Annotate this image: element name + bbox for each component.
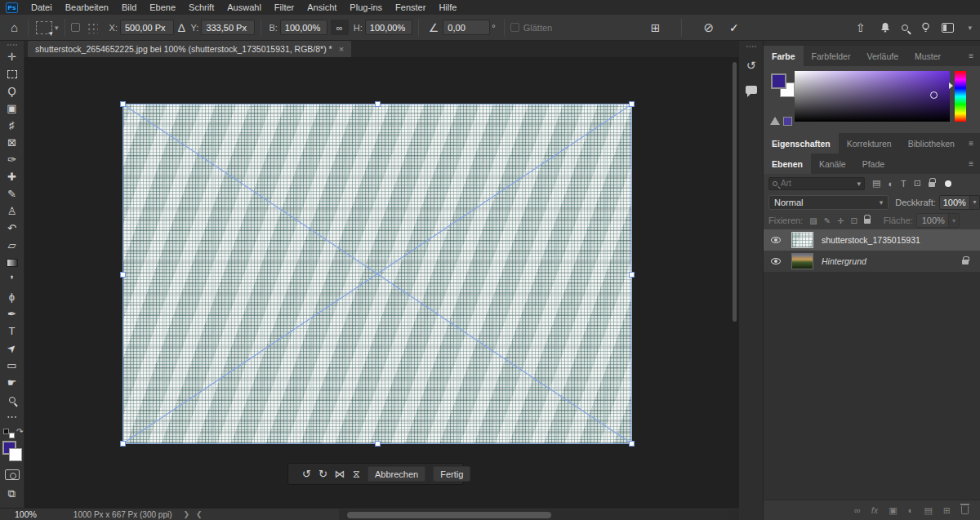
search-icon[interactable] bbox=[902, 24, 908, 31]
tab-farbfelder[interactable]: Farbfelder bbox=[804, 46, 859, 66]
path-selection-tool[interactable]: ➤ bbox=[2, 340, 22, 357]
pen-tool[interactable]: ✒ bbox=[2, 305, 22, 322]
filter-smart-objects-icon[interactable] bbox=[929, 179, 935, 189]
delete-layer-icon[interactable] bbox=[961, 506, 969, 514]
toolbar-grip[interactable] bbox=[7, 43, 18, 47]
menu-schrift[interactable]: Schrift bbox=[182, 0, 220, 15]
menu-hilfe[interactable]: Hilfe bbox=[432, 0, 463, 15]
handle-bottom-left[interactable] bbox=[120, 441, 126, 447]
move-tool[interactable]: ✛ bbox=[2, 48, 22, 65]
y-input[interactable] bbox=[201, 20, 255, 35]
warp-mode-icon[interactable]: ⊞ bbox=[647, 21, 665, 34]
transform-tool-icon[interactable] bbox=[36, 21, 52, 34]
handle-mid-left[interactable] bbox=[120, 272, 126, 278]
panel-menu-icon[interactable]: ≡ bbox=[969, 159, 973, 168]
menu-fenster[interactable]: Fenster bbox=[389, 0, 432, 15]
lock-artboard-icon[interactable]: ⊡ bbox=[850, 216, 857, 225]
document-tab[interactable]: shutterstock_2654652225.jpg bei 100% (sh… bbox=[28, 41, 351, 57]
chevron-down-icon[interactable]: ▾ bbox=[55, 24, 59, 32]
fill-dropdown-icon[interactable]: ▾ bbox=[949, 213, 960, 228]
tab-eigenschaften[interactable]: Eigenschaften bbox=[764, 133, 839, 153]
tab-kanaele[interactable]: Kanäle bbox=[811, 153, 854, 174]
add-mask-icon[interactable]: ▣ bbox=[889, 505, 897, 516]
x-input[interactable] bbox=[120, 20, 174, 35]
menu-bild[interactable]: Bild bbox=[115, 0, 143, 15]
fill-value[interactable]: 100% bbox=[916, 213, 949, 228]
clone-stamp-tool[interactable]: ♙ bbox=[2, 202, 22, 220]
handle-top-left[interactable] bbox=[120, 101, 126, 107]
handle-bottom-center[interactable] bbox=[375, 441, 381, 447]
hand-tool[interactable]: ☛ bbox=[2, 374, 22, 391]
dodge-tool[interactable]: ϕ bbox=[2, 288, 22, 305]
layer-lock[interactable] bbox=[962, 256, 969, 266]
gamut-color-swatch[interactable] bbox=[783, 117, 792, 126]
color-cursor[interactable] bbox=[930, 91, 938, 99]
marquee-tool[interactable] bbox=[2, 65, 22, 82]
panel-menu-icon[interactable]: ≡ bbox=[969, 139, 973, 148]
eraser-tool[interactable]: ▱ bbox=[2, 237, 22, 254]
width-input[interactable] bbox=[280, 20, 327, 35]
smooth-checkbox[interactable] bbox=[510, 23, 519, 32]
angle-input[interactable] bbox=[443, 20, 490, 35]
handle-mid-right[interactable] bbox=[629, 272, 635, 278]
handle-top-center[interactable] bbox=[375, 101, 381, 107]
tab-bibliotheken[interactable]: Bibliotheken bbox=[900, 133, 963, 153]
bell-icon[interactable] bbox=[880, 22, 890, 33]
canvas-horizontal-scrollbar[interactable] bbox=[339, 509, 729, 520]
background-color-swatch[interactable] bbox=[9, 448, 22, 461]
delta-icon[interactable]: ∆ bbox=[174, 21, 189, 34]
tab-pfade[interactable]: Pfade bbox=[854, 153, 893, 174]
chevron-down-icon[interactable]: ▾ bbox=[857, 180, 861, 188]
lasso-tool[interactable]: Ϙ bbox=[2, 82, 22, 100]
default-colors-icon[interactable]: ↷ bbox=[3, 429, 15, 438]
opacity-value[interactable]: 100% bbox=[939, 195, 970, 210]
gradient-tool[interactable] bbox=[2, 254, 22, 271]
zoom-tool[interactable] bbox=[2, 391, 22, 408]
crop-tool[interactable]: ♯ bbox=[2, 117, 22, 134]
rotate-ccw-icon[interactable]: ↺ bbox=[302, 468, 311, 480]
shape-tool[interactable]: ▭ bbox=[2, 357, 22, 374]
reference-point-grid[interactable] bbox=[87, 22, 98, 33]
tab-korrekturen[interactable]: Korrekturen bbox=[839, 133, 900, 153]
lock-all-icon[interactable] bbox=[864, 216, 871, 225]
status-next-icon[interactable]: ❯ bbox=[184, 510, 190, 518]
foreground-color-swatch[interactable] bbox=[771, 73, 786, 89]
tab-verlaeufe[interactable]: Verläufe bbox=[858, 46, 906, 66]
hue-slider[interactable] bbox=[955, 71, 966, 122]
history-brush-tool[interactable]: ↶ bbox=[2, 220, 22, 237]
new-group-icon[interactable]: ▤ bbox=[924, 505, 932, 516]
close-icon[interactable]: × bbox=[339, 44, 344, 54]
menu-bearbeiten[interactable]: Bearbeiten bbox=[59, 0, 115, 15]
handle-top-right[interactable] bbox=[629, 101, 635, 107]
saturation-brightness-field[interactable] bbox=[795, 71, 950, 122]
scrollbar-thumb[interactable] bbox=[347, 512, 551, 518]
lock-pixels-icon[interactable]: ✎ bbox=[824, 216, 831, 225]
menu-auswahl[interactable]: Auswahl bbox=[220, 0, 268, 15]
commit-transform-icon[interactable]: ✓ bbox=[729, 21, 739, 34]
filter-adjustment-layers-icon[interactable]: ◐ bbox=[888, 179, 893, 189]
opacity-dropdown-icon[interactable]: ▾ bbox=[970, 195, 980, 210]
layer-thumbnail[interactable] bbox=[791, 232, 813, 248]
menu-ansicht[interactable]: Ansicht bbox=[301, 0, 343, 15]
layer-row-hintergrund[interactable]: Hintergrund bbox=[764, 251, 980, 272]
history-panel-icon[interactable]: ↺ bbox=[742, 56, 760, 74]
zoom-level[interactable]: 100% bbox=[15, 509, 37, 519]
layer-name[interactable]: Hintergrund bbox=[822, 256, 866, 266]
tab-farbe[interactable]: Farbe bbox=[764, 46, 804, 66]
link-dimensions-icon[interactable]: ∞ bbox=[331, 20, 349, 35]
blur-tool[interactable]: ❜ bbox=[2, 271, 22, 288]
transform-target-image[interactable] bbox=[122, 104, 632, 444]
link-layers-icon[interactable]: ∞ bbox=[854, 505, 861, 515]
menu-datei[interactable]: Datei bbox=[24, 0, 59, 15]
edit-toolbar-button[interactable]: ⋯ bbox=[2, 408, 22, 425]
brush-tool[interactable]: ✎ bbox=[2, 185, 22, 202]
chevron-down-icon[interactable]: ▾ bbox=[968, 24, 972, 32]
rotate-cw-icon[interactable]: ↻ bbox=[318, 468, 327, 480]
comments-panel-icon[interactable] bbox=[742, 81, 760, 99]
visibility-eye-icon[interactable] bbox=[771, 258, 781, 264]
cancel-transform-icon[interactable]: ⊘ bbox=[699, 20, 718, 35]
panel-menu-icon[interactable]: ≡ bbox=[969, 51, 973, 60]
menu-plugins[interactable]: Plug-ins bbox=[343, 0, 389, 15]
adjustment-layer-icon[interactable]: ◐ bbox=[908, 505, 914, 515]
tab-ebenen[interactable]: Ebenen bbox=[764, 153, 811, 174]
